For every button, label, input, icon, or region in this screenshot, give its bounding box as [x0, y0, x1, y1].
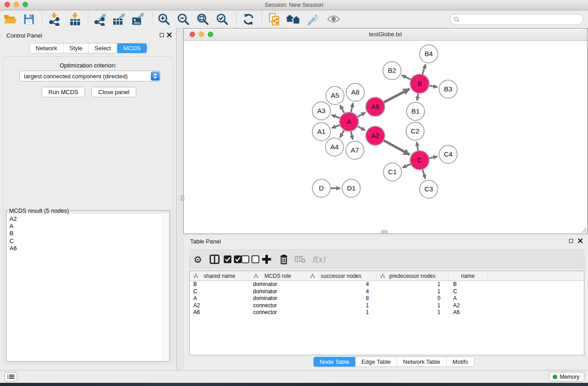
table-cell[interactable] — [487, 302, 584, 310]
graph-node-C2[interactable]: C2 — [406, 122, 424, 140]
table-cell[interactable]: dominator — [249, 288, 306, 295]
graph-edge-C-C3[interactable] — [422, 168, 425, 179]
graph-node-A1[interactable]: A1 — [312, 123, 330, 141]
graph-node-A5[interactable]: A5 — [326, 86, 344, 105]
table-cell[interactable]: B — [190, 281, 249, 288]
table-options-button[interactable]: ⚙ — [192, 254, 203, 265]
close-icon[interactable] — [578, 238, 583, 243]
tab-select[interactable]: Select — [88, 43, 117, 53]
tab-style[interactable]: Style — [63, 43, 88, 53]
table-cell[interactable]: A — [449, 295, 487, 302]
export-table-button[interactable] — [111, 12, 126, 27]
zoom-in-button[interactable] — [156, 12, 172, 27]
graph-node-A7[interactable]: A7 — [346, 141, 364, 159]
column-header-name[interactable]: name — [449, 271, 487, 281]
graph-edge-A-A7[interactable] — [351, 130, 353, 140]
mcds-result-item[interactable]: A2 — [10, 215, 163, 223]
table-cell[interactable]: connector — [249, 309, 306, 316]
add-row-button[interactable] — [261, 254, 272, 265]
graph-edge-B-B4[interactable] — [422, 64, 426, 76]
save-session-button[interactable] — [21, 12, 37, 27]
graph-node-A4[interactable]: A4 — [325, 138, 344, 156]
mcds-result-item[interactable]: A — [10, 223, 163, 230]
graph-edge-A-A2[interactable] — [357, 126, 365, 130]
graph-edge-B-B3[interactable] — [428, 86, 438, 87]
network-canvas[interactable]: B4B2BB3A5A8A6A3B1AA1C2A2A4A7C4CC1C3DD1 — [184, 40, 587, 234]
graph-node-D1[interactable]: D1 — [342, 179, 360, 197]
graph-node-A6[interactable]: A6 — [366, 97, 385, 116]
table-cell[interactable]: C — [449, 288, 487, 295]
table-cell[interactable]: dominator — [249, 281, 306, 288]
search-box[interactable] — [449, 14, 583, 25]
tab-edge-table[interactable]: Edge Table — [355, 357, 397, 367]
import-network-button[interactable] — [47, 12, 62, 27]
table-cell[interactable]: 1 — [306, 309, 376, 316]
graph-node-B4[interactable]: B4 — [420, 45, 438, 63]
graph-node-C1[interactable]: C1 — [383, 163, 402, 181]
graph-edge-A2-C[interactable] — [383, 140, 410, 155]
bird-eye-button[interactable] — [326, 12, 341, 27]
tab-node-table[interactable]: Node Table — [314, 357, 355, 367]
table-row[interactable]: Adominator80A — [190, 295, 584, 302]
show-columns-button[interactable] — [209, 254, 220, 265]
graph-node-B2[interactable]: B2 — [383, 62, 401, 80]
graph-edge-A-A3[interactable] — [331, 115, 341, 119]
mcds-result-list[interactable]: A2ABCA6 — [7, 214, 163, 361]
show-panels-button[interactable] — [5, 372, 17, 381]
graph-edge-B-B2[interactable] — [402, 75, 412, 80]
graph-edge-A-A4[interactable] — [340, 129, 345, 138]
mcds-result-item[interactable]: A6 — [10, 245, 163, 252]
splitter-handle-bottom[interactable] — [381, 230, 387, 234]
graph-node-C4[interactable]: C4 — [439, 145, 457, 163]
table-cell[interactable] — [487, 295, 584, 302]
table-cell[interactable]: C — [190, 288, 249, 295]
table-row[interactable]: A6connector11A6 — [190, 309, 584, 316]
graph-edge-A-A6[interactable] — [357, 112, 366, 117]
table-cell[interactable]: A2 — [190, 302, 249, 310]
table-cell[interactable]: A6 — [190, 309, 249, 316]
memory-button[interactable]: Memory — [549, 372, 584, 381]
table-cell[interactable] — [487, 309, 584, 316]
deselect-all-button[interactable] — [241, 254, 260, 265]
node-table[interactable]: shared nameMCDS rolesuccessor nodesprede… — [189, 271, 584, 355]
refresh-button[interactable] — [241, 12, 256, 27]
resize-grip[interactable] — [580, 227, 587, 233]
mcds-result-item[interactable]: B — [10, 230, 163, 237]
close-panel-button[interactable]: Close panel — [91, 87, 136, 97]
column-header-mcds-role[interactable]: MCDS role — [249, 271, 306, 281]
tab-mcds[interactable]: MCDS — [117, 43, 146, 53]
open-session-button[interactable] — [2, 12, 18, 27]
graph-node-A8[interactable]: A8 — [346, 83, 364, 101]
tab-network-table[interactable]: Network Table — [397, 357, 446, 367]
table-cell[interactable]: 1 — [376, 281, 449, 288]
tab-motifs[interactable]: Motifs — [446, 357, 474, 367]
graph-edge-A-A1[interactable] — [332, 124, 341, 128]
zoom-out-button[interactable] — [176, 12, 191, 27]
table-cell[interactable]: 4 — [306, 288, 376, 295]
table-cell[interactable]: 1 — [376, 288, 449, 295]
table-cell[interactable]: A — [190, 295, 249, 302]
select-all-button[interactable] — [223, 254, 242, 265]
table-cell[interactable]: dominator — [249, 295, 306, 302]
table-cell[interactable] — [487, 288, 584, 295]
graph-node-A3[interactable]: A3 — [312, 102, 330, 120]
graph-edge-A6-B[interactable] — [383, 89, 410, 103]
graph-node-C[interactable]: C — [410, 151, 429, 170]
export-image-button[interactable] — [130, 12, 145, 27]
table-cell[interactable]: 0 — [376, 295, 449, 302]
float-panel-icon[interactable] — [160, 33, 164, 37]
delete-table-button[interactable] — [295, 254, 306, 265]
graph-edge-A-A5[interactable] — [340, 105, 345, 114]
export-network-button[interactable] — [92, 12, 107, 27]
import-table-button[interactable] — [67, 12, 83, 27]
graph-node-B3[interactable]: B3 — [439, 80, 457, 98]
table-cell[interactable]: B — [449, 281, 487, 288]
delete-row-button[interactable] — [278, 254, 289, 265]
table-row[interactable]: A2connector11A2 — [190, 302, 584, 310]
graph-node-C3[interactable]: C3 — [420, 180, 438, 198]
close-icon[interactable] — [167, 32, 172, 38]
zoom-selected-button[interactable] — [215, 12, 230, 27]
result-scrollbar[interactable] — [163, 214, 169, 361]
graph-edge-C-C4[interactable] — [428, 157, 438, 158]
graph-edge-C-C2[interactable] — [417, 142, 418, 152]
